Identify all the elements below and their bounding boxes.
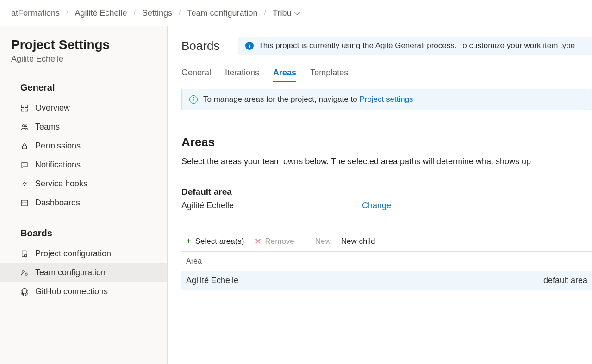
teams-icon bbox=[20, 123, 29, 131]
default-area-name: Agilité Echelle bbox=[181, 201, 362, 210]
row-area-name: Agilité Echelle bbox=[186, 276, 238, 285]
table-row[interactable]: Agilité Echelle default area bbox=[181, 271, 592, 290]
info-bar: i To manage areas for the project, navig… bbox=[181, 89, 592, 110]
nav-label: Team configuration bbox=[35, 268, 106, 278]
section-head-boards: Boards bbox=[0, 228, 167, 244]
breadcrumb-last-label: Tribu bbox=[273, 8, 291, 18]
svg-point-13 bbox=[22, 270, 25, 272]
nav-label: Overview bbox=[35, 103, 70, 113]
nav-service-hooks[interactable]: Service hooks bbox=[0, 174, 167, 193]
plus-icon: + bbox=[186, 236, 192, 247]
gear-doc-icon bbox=[20, 250, 29, 258]
nav-team-config[interactable]: Team configuration bbox=[0, 263, 167, 282]
nav-label: Notifications bbox=[35, 160, 81, 170]
nav-label: Teams bbox=[35, 122, 60, 132]
dashboard-icon bbox=[20, 199, 29, 207]
github-icon bbox=[20, 288, 29, 296]
nav-project-config[interactable]: Project configuration bbox=[0, 244, 167, 263]
breadcrumb-sep: / bbox=[179, 9, 181, 17]
svg-rect-7 bbox=[23, 182, 26, 185]
areas-toolbar: + Select area(s) ✕ Remove New New child bbox=[181, 231, 592, 252]
nav-label: GitHub connections bbox=[35, 287, 108, 296]
table-header-area: Area bbox=[181, 252, 592, 271]
nav-label: Dashboards bbox=[35, 198, 80, 208]
breadcrumb: atFormations / Agilité Echelle / Setting… bbox=[0, 0, 592, 26]
svg-rect-8 bbox=[21, 200, 28, 206]
new-label: New bbox=[315, 237, 331, 246]
tab-areas[interactable]: Areas bbox=[273, 68, 296, 82]
breadcrumb-sep: / bbox=[134, 9, 136, 17]
team-gear-icon bbox=[20, 269, 29, 277]
overview-icon bbox=[20, 104, 29, 112]
tab-iterations[interactable]: Iterations bbox=[225, 68, 259, 82]
default-area-label: Default area bbox=[181, 187, 592, 197]
project-settings-link[interactable]: Project settings bbox=[359, 95, 413, 104]
breadcrumb-item-settings[interactable]: Settings bbox=[142, 8, 172, 18]
banner-text: This project is currently using the Agil… bbox=[258, 41, 575, 50]
svg-rect-3 bbox=[25, 109, 28, 111]
breadcrumb-sep: / bbox=[66, 9, 68, 17]
lock-icon bbox=[20, 142, 29, 150]
change-link[interactable]: Change bbox=[362, 201, 391, 210]
nav-permissions[interactable]: Permissions bbox=[0, 136, 167, 155]
tab-templates[interactable]: Templates bbox=[310, 68, 348, 82]
remove-label: Remove bbox=[265, 237, 294, 246]
toolbar-separator bbox=[305, 237, 305, 246]
new-child-button[interactable]: New child bbox=[341, 237, 375, 246]
svg-rect-2 bbox=[21, 109, 24, 111]
svg-point-12 bbox=[24, 254, 27, 257]
nav-teams[interactable]: Teams bbox=[0, 117, 167, 136]
breadcrumb-item-project[interactable]: Agilité Echelle bbox=[75, 8, 127, 18]
svg-point-5 bbox=[25, 125, 27, 127]
nav-overview[interactable]: Overview bbox=[0, 99, 167, 117]
sidebar-subtitle: Agilité Echelle bbox=[0, 54, 167, 82]
nav-label: Service hooks bbox=[35, 179, 87, 189]
nav-notifications[interactable]: Notifications bbox=[0, 155, 167, 174]
chat-icon bbox=[20, 161, 29, 169]
svg-rect-1 bbox=[25, 105, 28, 107]
info-bar-text: To manage areas for the project, navigat… bbox=[203, 95, 359, 104]
svg-point-4 bbox=[23, 124, 25, 127]
section-head-general: General bbox=[0, 82, 167, 99]
select-label: Select area(s) bbox=[195, 237, 244, 246]
new-child-label: New child bbox=[341, 237, 375, 246]
tab-general[interactable]: General bbox=[181, 68, 211, 82]
svg-rect-0 bbox=[21, 105, 24, 107]
row-area-tag: default area bbox=[543, 276, 587, 285]
plug-icon bbox=[20, 180, 29, 188]
nav-dashboards[interactable]: Dashboards bbox=[0, 193, 167, 212]
info-outline-icon: i bbox=[189, 95, 198, 104]
nav-label: Permissions bbox=[35, 141, 81, 151]
areas-title: Areas bbox=[181, 135, 592, 149]
process-banner: i This project is currently using the Ag… bbox=[238, 37, 592, 55]
areas-desc: Select the areas your team owns below. T… bbox=[181, 157, 592, 167]
breadcrumb-item-org[interactable]: atFormations bbox=[11, 8, 60, 18]
breadcrumb-sep: / bbox=[264, 9, 266, 17]
new-button[interactable]: New bbox=[315, 237, 331, 246]
sidebar-title: Project Settings bbox=[0, 37, 167, 54]
svg-point-14 bbox=[25, 273, 28, 275]
sidebar: Project Settings Agilité Echelle General… bbox=[0, 26, 168, 364]
breadcrumb-item-team-config[interactable]: Team configuration bbox=[187, 8, 258, 18]
info-icon: i bbox=[245, 42, 254, 50]
select-areas-button[interactable]: + Select area(s) bbox=[186, 236, 244, 247]
page-title: Boards bbox=[181, 39, 219, 53]
nav-label: Project configuration bbox=[35, 249, 111, 259]
breadcrumb-team-dropdown[interactable]: Tribu bbox=[273, 8, 299, 18]
svg-rect-6 bbox=[23, 146, 27, 149]
content: Boards i This project is currently using… bbox=[168, 26, 592, 364]
nav-github[interactable]: GitHub connections bbox=[0, 282, 167, 301]
chevron-down-icon bbox=[294, 9, 300, 15]
tabs: General Iterations Areas Templates bbox=[181, 68, 592, 82]
remove-button[interactable]: ✕ Remove bbox=[255, 236, 294, 247]
x-icon: ✕ bbox=[255, 236, 262, 247]
